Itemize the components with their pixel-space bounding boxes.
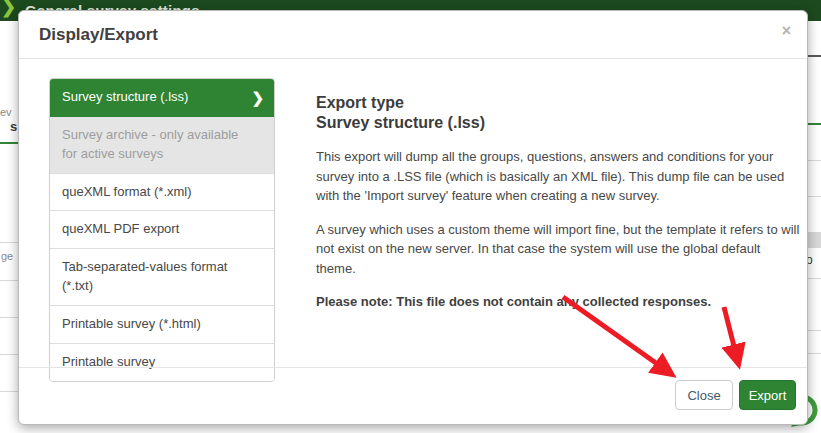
background-divider (806, 55, 821, 57)
export-description-panel: Export type Survey structure (.lss) This… (316, 93, 800, 312)
export-option-survey-structure[interactable]: Survey structure (.lss) ❯ (50, 79, 274, 117)
modal-footer: Close Export (19, 367, 807, 424)
description-paragraph-1: This export will dump all the groups, qu… (316, 147, 800, 206)
background-divider (0, 391, 18, 392)
background-divider (0, 242, 18, 243)
close-button[interactable]: Close (675, 380, 733, 410)
background-table-header (806, 232, 821, 248)
export-option-survey-archive: Survey archive - only available for acti… (50, 117, 274, 174)
export-option-label: Tab-separated-values format (*.txt) (62, 259, 227, 293)
background-divider (0, 354, 18, 355)
background-divider (806, 160, 821, 161)
export-option-label: Printable survey (*.html) (62, 316, 201, 331)
close-icon[interactable]: × (782, 23, 791, 39)
background-divider (806, 123, 821, 125)
modal-title: Display/Export (39, 25, 158, 45)
background-divider (806, 330, 821, 331)
export-type-list: Survey structure (.lss) ❯ Survey archive… (49, 78, 275, 382)
export-option-quexml-format[interactable]: queXML format (*.xml) (50, 174, 274, 212)
export-option-tab-separated[interactable]: Tab-separated-values format (*.txt) (50, 249, 274, 306)
heading-line2: Survey structure (.lss) (316, 114, 485, 131)
modal-header: Display/Export × (19, 11, 807, 59)
export-type-heading: Export type Survey structure (.lss) (316, 93, 800, 133)
background-divider (806, 278, 821, 279)
background-divider (0, 280, 18, 281)
background-divider (0, 142, 18, 144)
background-text-fragment: ev (0, 106, 12, 118)
background-divider (806, 353, 821, 354)
export-option-label: queXML PDF export (62, 221, 179, 236)
background-text-fragment: s (10, 119, 17, 134)
please-note-text: Please note: This file does not contain … (316, 292, 800, 312)
display-export-modal: Display/Export × Survey structure (.lss)… (18, 10, 808, 425)
export-option-label: queXML format (*.xml) (62, 184, 192, 199)
background-text-fragment: ge (1, 250, 13, 262)
background-divider (0, 317, 18, 318)
background-divider (806, 196, 821, 197)
export-button[interactable]: Export (739, 380, 796, 410)
export-option-quexml-pdf[interactable]: queXML PDF export (50, 211, 274, 249)
chevron-right-icon: ❯ (1, 0, 16, 18)
description-paragraph-2: A survey which uses a custom theme will … (316, 220, 800, 279)
export-option-printable-html[interactable]: Printable survey (*.html) (50, 306, 274, 344)
export-option-label: Survey structure (.lss) (62, 89, 188, 104)
export-option-label: Survey archive - only available for acti… (62, 127, 238, 161)
heading-line1: Export type (316, 94, 404, 111)
screen: ❯ General survey settings ev s ge o Disp… (0, 0, 821, 433)
chevron-right-icon: ❯ (251, 87, 264, 109)
